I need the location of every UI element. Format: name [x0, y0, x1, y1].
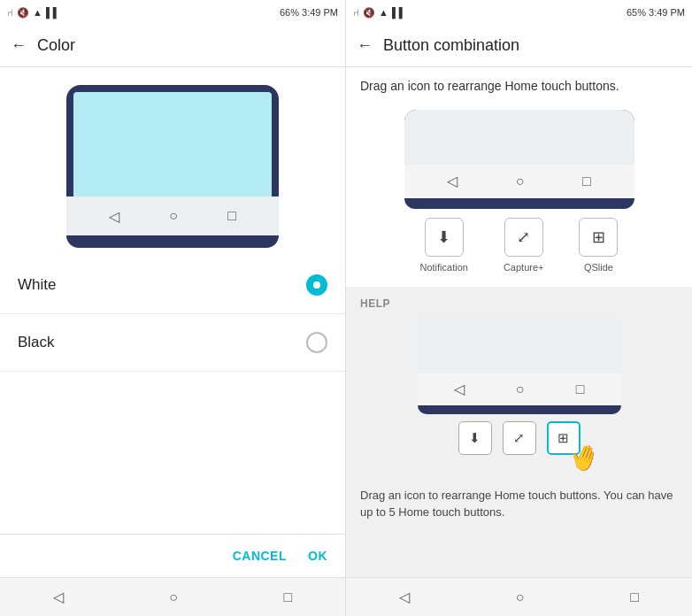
capture-icon-box[interactable]: ⤢: [504, 218, 543, 257]
nav-home-right: ○: [516, 173, 525, 189]
color-option-black[interactable]: Black: [0, 314, 345, 372]
bottom-nav-left: ◁ ○ □: [0, 577, 345, 616]
phone-mock-left: ◁ ○ □: [66, 85, 279, 235]
left-panel: ⑁ 🔇 ▲ ▌▌ 66% 3:49 PM ← Color ◁ ○ □: [0, 0, 346, 616]
status-icons-right: ⑁ 🔇 ▲ ▌▌: [353, 7, 405, 19]
icon-buttons-row: ⬇ Notification ⤢ Capture+ ⊞ QSlide: [420, 218, 619, 273]
status-bar-right: ⑁ 🔇 ▲ ▌▌ 65% 3:49 PM: [346, 0, 692, 25]
help-nav-back: ◁: [454, 381, 465, 397]
phone-screen-right: [404, 110, 634, 165]
battery-pct-left: 66%: [280, 7, 299, 18]
color-label-black: Black: [18, 334, 55, 351]
button-combo-area: ◁ ○ □ ⬇ Notification ⤢ Capture+ ⊞ QSlide: [346, 103, 692, 280]
help-icon-notification[interactable]: ⬇: [458, 421, 492, 455]
help-section: HELP ◁ ○ □ ⬇ ⤢ ⊞: [346, 287, 692, 577]
qslide-icon-box[interactable]: ⊞: [579, 218, 618, 257]
signal-icon-right: ▌▌: [392, 7, 406, 18]
notification-icon-box[interactable]: ⬇: [425, 218, 464, 257]
phone-nav-help: ◁ ○ □: [418, 373, 621, 405]
nav-back-left: ◁: [109, 208, 119, 225]
top-bar-left: ← Color: [0, 25, 345, 67]
icon-btn-qslide[interactable]: ⊞ QSlide: [579, 218, 618, 273]
bottom-recent-right[interactable]: □: [630, 589, 639, 605]
bt-icon-right: ⑁: [353, 7, 359, 18]
bottom-home-right[interactable]: ○: [516, 589, 525, 605]
time-left: 3:49 PM: [302, 7, 338, 18]
phone-screen-left: [73, 92, 272, 196]
cancel-button[interactable]: CANCEL: [233, 549, 287, 563]
signal-icon: ▌▌: [46, 7, 60, 18]
color-label-white: White: [18, 276, 56, 294]
capture-label: Capture+: [504, 262, 544, 273]
radio-white-selected[interactable]: [306, 274, 327, 296]
color-option-white[interactable]: White: [0, 257, 345, 314]
icon-btn-notification[interactable]: ⬇ Notification: [420, 218, 468, 273]
nav-back-right: ◁: [447, 173, 457, 189]
help-text: Drag an icon to rearrange Home touch but…: [360, 487, 678, 521]
help-nav-recent: □: [576, 381, 585, 397]
nav-recent-right: □: [582, 173, 591, 189]
bottom-home-left[interactable]: ○: [169, 589, 178, 605]
mute-icon-right: 🔇: [363, 7, 375, 19]
hand-drag-icon: 🤚: [565, 439, 604, 477]
status-right-left: 66% 3:49 PM: [280, 7, 338, 18]
radio-black-unselected[interactable]: [306, 332, 327, 353]
nav-recent-left: □: [227, 208, 236, 224]
qslide-label: QSlide: [584, 262, 613, 273]
wifi-icon: ▲: [33, 7, 42, 18]
wifi-icon-right: ▲: [379, 7, 388, 18]
help-label: HELP: [360, 297, 678, 310]
phone-nav-right: ◁ ○ □: [404, 165, 634, 198]
description-text: Drag an icon to rearrange Home touch but…: [346, 67, 692, 103]
phone-mock-help: ◁ ○ □: [418, 317, 621, 405]
status-bar-left: ⑁ 🔇 ▲ ▌▌ 66% 3:49 PM: [0, 0, 345, 25]
bottom-nav-right: ◁ ○ □: [346, 577, 692, 616]
battery-pct-right: 65%: [627, 7, 646, 18]
right-panel: ⑁ 🔇 ▲ ▌▌ 65% 3:49 PM ← Button combinatio…: [346, 0, 692, 616]
back-button-left[interactable]: ←: [11, 36, 27, 55]
phone-nav-left: ◁ ○ □: [66, 196, 279, 235]
phone-screen-help: [418, 317, 621, 373]
color-options: White Black: [0, 257, 345, 534]
help-phone-area: ◁ ○ □ ⬇ ⤢ ⊞ 🤚: [360, 317, 678, 455]
phone-bottom-left: [66, 235, 279, 248]
page-title-right: Button combination: [383, 36, 519, 55]
icon-btn-capture[interactable]: ⤢ Capture+: [504, 218, 544, 273]
help-nav-home: ○: [516, 381, 525, 397]
nav-home-left: ○: [169, 208, 178, 224]
help-icon-capture[interactable]: ⤢: [503, 421, 536, 455]
notification-label: Notification: [420, 262, 468, 273]
status-icons-left: ⑁ 🔇 ▲ ▌▌: [7, 7, 59, 19]
time-right: 3:49 PM: [649, 7, 685, 18]
phone-illustration-left: ◁ ○ □: [0, 67, 345, 257]
ok-button[interactable]: OK: [308, 549, 327, 563]
top-bar-right: ← Button combination: [346, 25, 692, 67]
page-title-left: Color: [37, 36, 75, 55]
back-button-right[interactable]: ←: [357, 36, 373, 55]
phone-bottom-right: [404, 198, 634, 209]
bottom-back-right[interactable]: ◁: [399, 589, 410, 605]
phone-bottom-help: [418, 405, 621, 414]
help-icon-qslide-active[interactable]: ⊞ 🤚: [547, 421, 581, 455]
phone-mock-right: ◁ ○ □: [404, 110, 634, 198]
status-right-right: 65% 3:49 PM: [627, 7, 685, 18]
mute-icon: 🔇: [17, 7, 29, 19]
bt-icon: ⑁: [7, 7, 13, 18]
dialog-buttons: CANCEL OK: [0, 534, 345, 577]
bottom-recent-left[interactable]: □: [284, 589, 293, 605]
bottom-back-left[interactable]: ◁: [53, 589, 64, 605]
